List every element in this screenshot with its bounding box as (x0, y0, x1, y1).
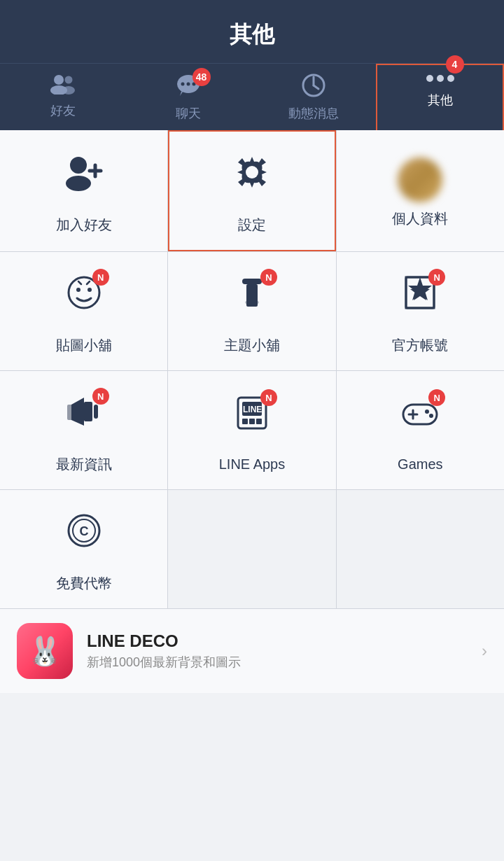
svg-point-17 (246, 166, 258, 178)
news-icon: N (63, 391, 105, 448)
tab-timeline-label: 動態消息 (288, 105, 339, 122)
tab-chat[interactable]: 48 聊天 (125, 64, 251, 130)
banner-title: LINE DECO (87, 631, 468, 651)
theme-shop-icon: N (231, 272, 273, 329)
grid-item-profile[interactable]: 個人資料 (337, 130, 504, 251)
grid-label-official-account: 官方帳號 (392, 336, 448, 355)
menu-grid-container: 加入好友 設定 個人資料 N (0, 130, 504, 861)
grid-label-settings: 設定 (238, 216, 266, 234)
svg-point-25 (245, 300, 259, 305)
svg-point-12 (70, 157, 87, 174)
svg-point-38 (425, 410, 429, 414)
svg-point-39 (429, 414, 433, 418)
svg-point-1 (64, 76, 72, 84)
grid-item-add-friend[interactable]: 加入好友 (0, 130, 167, 251)
tab-friends-label: 好友 (50, 102, 76, 119)
svg-text:C: C (79, 524, 88, 538)
grid-item-theme-shop[interactable]: N 主題小舖 (168, 252, 335, 370)
free-coins-icon: C (63, 510, 105, 567)
svg-rect-34 (256, 419, 262, 424)
svg-rect-28 (94, 405, 98, 419)
svg-text:LINE: LINE (243, 405, 262, 414)
line-apps-icon: N LINE (231, 392, 273, 449)
grid-label-line-apps: LINE Apps (219, 456, 286, 472)
grid-item-news[interactable]: N 最新資訊 (0, 371, 167, 489)
svg-point-20 (88, 288, 92, 292)
games-badge: N (428, 389, 445, 406)
official-account-icon: N (399, 272, 441, 329)
grid-label-sticker-shop: 貼圖小舖 (56, 336, 112, 355)
tab-timeline[interactable]: 動態消息 (251, 64, 376, 130)
tab-friends[interactable]: 好友 (0, 64, 125, 130)
svg-rect-32 (242, 419, 248, 424)
grid-label-add-friend: 加入好友 (56, 216, 112, 234)
other-icon: 4 (426, 75, 454, 89)
chat-icon: 48 (176, 74, 201, 102)
friends-icon (50, 74, 76, 99)
grid-label-games: Games (398, 456, 442, 472)
grid-empty-2 (337, 490, 504, 608)
grid-empty-1 (168, 490, 335, 608)
news-badge: N (92, 388, 109, 405)
grid-label-profile: 個人資料 (392, 209, 448, 228)
svg-line-22 (87, 281, 90, 284)
svg-point-19 (76, 288, 80, 292)
banner-icon: 🐰 (17, 623, 73, 679)
grid-item-official-account[interactable]: N 官方帳號 (337, 252, 504, 370)
svg-line-21 (78, 281, 81, 284)
page-title: 其他 (230, 22, 274, 47)
tab-other[interactable]: 4 其他 (376, 64, 504, 130)
theme-shop-badge: N (260, 269, 277, 286)
menu-grid: 加入好友 設定 個人資料 N (0, 130, 504, 608)
svg-point-6 (181, 83, 184, 86)
grid-item-sticker-shop[interactable]: N 貼圖小舖 (0, 252, 167, 370)
grid-label-theme-shop: 主題小舖 (224, 336, 280, 355)
line-deco-banner[interactable]: 🐰 LINE DECO 新增1000個最新背景和圖示 › (0, 608, 504, 693)
add-friend-icon (63, 151, 105, 209)
sticker-shop-icon: N (63, 272, 105, 329)
grid-item-games[interactable]: N Games (337, 371, 504, 489)
banner-subtitle: 新增1000個最新背景和圖示 (87, 654, 468, 671)
svg-rect-27 (84, 402, 92, 421)
line-apps-badge: N (260, 389, 277, 406)
banner-emoji: 🐰 (27, 635, 62, 668)
settings-icon (231, 151, 273, 209)
tab-other-label: 其他 (428, 92, 453, 108)
grid-item-line-apps[interactable]: N LINE LINE Apps (168, 371, 335, 489)
chat-badge: 48 (192, 68, 211, 86)
grid-label-free-coins: 免費代幣 (56, 574, 112, 593)
other-badge: 4 (446, 55, 464, 74)
tab-chat-label: 聊天 (176, 105, 201, 122)
svg-point-13 (66, 176, 91, 191)
svg-point-3 (62, 86, 75, 94)
grid-item-free-coins[interactable]: C 免費代幣 (0, 490, 167, 608)
profile-avatar (398, 158, 442, 202)
banner-arrow-icon: › (482, 641, 487, 661)
svg-point-7 (186, 83, 190, 86)
timeline-icon (302, 74, 326, 102)
grid-label-news: 最新資訊 (56, 455, 112, 474)
svg-rect-33 (249, 419, 255, 424)
games-icon: N (399, 392, 441, 449)
grid-item-settings[interactable]: 設定 (168, 130, 335, 251)
svg-point-0 (54, 75, 64, 85)
official-account-badge: N (428, 269, 445, 286)
page-header: 其他 (0, 0, 504, 63)
tab-bar: 好友 48 聊天 動態消息 (0, 63, 504, 130)
sticker-shop-badge: N (92, 269, 109, 286)
banner-text-block: LINE DECO 新增1000個最新背景和圖示 (87, 631, 468, 671)
svg-rect-23 (242, 279, 262, 284)
svg-line-11 (314, 85, 318, 89)
